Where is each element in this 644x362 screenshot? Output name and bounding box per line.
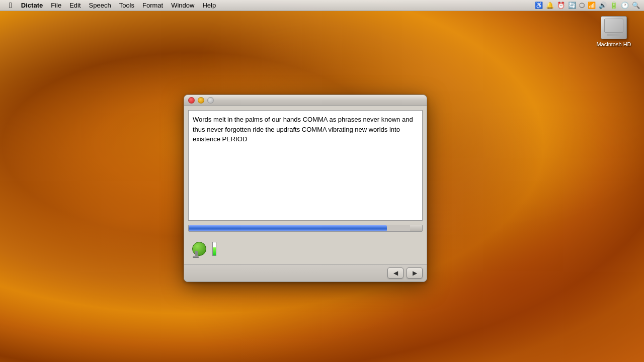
forward-icon: ▶ xyxy=(413,269,417,277)
bluetooth-icon: ⬡ xyxy=(579,2,585,9)
wifi-icon: 📶 xyxy=(588,2,596,9)
forward-button[interactable]: ▶ xyxy=(407,267,423,279)
volume-bar xyxy=(212,242,216,256)
progress-bar-container[interactable] xyxy=(188,225,423,232)
menu-help[interactable]: Help xyxy=(198,1,220,10)
dictate-window: Words melt in the palms of our hands COM… xyxy=(184,95,427,282)
hd-label: Macintosh HD xyxy=(596,41,631,47)
title-bar xyxy=(184,95,427,106)
menu-format[interactable]: Format xyxy=(138,1,167,10)
back-button[interactable]: ◀ xyxy=(387,267,404,279)
microphone-icon xyxy=(190,240,208,258)
progress-bar-end xyxy=(410,225,422,231)
menubar-left:  Dictate File Edit Speech Tools Format … xyxy=(4,0,220,11)
app-name[interactable]: Dictate xyxy=(17,1,47,10)
mic-stand xyxy=(194,251,198,258)
menu-speech[interactable]: Speech xyxy=(85,1,115,10)
dictation-text-area[interactable]: Words melt in the palms of our hands COM… xyxy=(188,110,423,221)
menu-edit[interactable]: Edit xyxy=(65,1,85,10)
menu-tools[interactable]: Tools xyxy=(115,1,138,10)
progress-bar-fill xyxy=(189,225,387,231)
bottom-bar: ◀ ▶ xyxy=(184,264,427,282)
accessibility-icon: ♿ xyxy=(535,2,543,9)
volume-indicator xyxy=(212,242,216,256)
apple-menu[interactable]:  xyxy=(4,0,17,11)
text-area-wrapper: Words melt in the palms of our hands COM… xyxy=(188,110,423,221)
dictated-text: Words melt in the palms of our hands COM… xyxy=(193,116,413,143)
clock-icon: 🕐 xyxy=(621,2,629,9)
menubar:  Dictate File Edit Speech Tools Format … xyxy=(0,0,644,11)
time-machine-icon: ⏰ xyxy=(557,2,565,9)
back-icon: ◀ xyxy=(393,269,398,277)
mic-area xyxy=(184,234,427,264)
battery-icon: 🔋 xyxy=(610,2,618,9)
menu-file[interactable]: File xyxy=(47,1,65,10)
menu-window[interactable]: Window xyxy=(167,1,198,10)
zoom-button[interactable] xyxy=(207,97,214,104)
minimize-button[interactable] xyxy=(198,97,204,104)
menubar-right: ♿ 🔔 ⏰ 🔄 ⬡ 📶 🔊 🔋 🕐 🔍 xyxy=(535,2,640,9)
spotlight-icon[interactable]: 🔍 xyxy=(632,2,640,9)
close-button[interactable] xyxy=(188,97,195,104)
notification-icon: 🔔 xyxy=(546,2,554,9)
sync-icon: 🔄 xyxy=(568,2,576,9)
hd-drive-icon xyxy=(601,16,627,39)
volume-up-icon[interactable]: 🔊 xyxy=(599,2,607,9)
macintosh-hd-icon[interactable]: Macintosh HD xyxy=(594,16,634,47)
volume-bar-fill xyxy=(213,247,216,255)
